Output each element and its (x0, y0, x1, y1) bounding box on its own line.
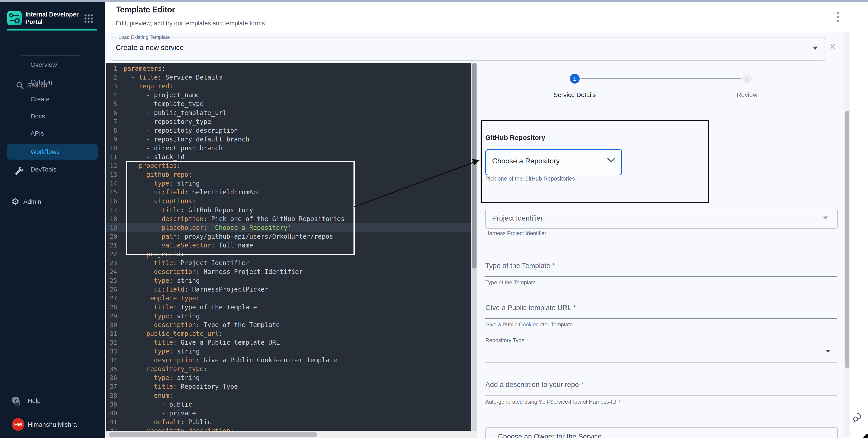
editor-horizontal-scrollbar-thumb[interactable] (109, 432, 317, 437)
code-line-27[interactable]: 27 template_type: (106, 294, 477, 303)
stepper-step-2[interactable]: 2 (742, 74, 752, 83)
yaml-key: type (154, 347, 169, 355)
sidebar-divider (7, 187, 98, 187)
code-line-30[interactable]: 30 description: Type of the Template (106, 321, 477, 329)
yaml-text (123, 277, 154, 284)
code-line-7[interactable]: 7 - repository_type (106, 117, 477, 126)
line-number: 2 (106, 74, 117, 81)
code-line-5[interactable]: 5 - template_type (106, 99, 477, 108)
line-number: 36 (106, 374, 117, 381)
yaml-text: : Repository Type (173, 383, 238, 390)
yaml-text (123, 312, 154, 320)
code-line-24[interactable]: 24 description: Harness Project Identifi… (106, 267, 477, 276)
yaml-text (123, 286, 154, 293)
yaml-key: type (154, 277, 169, 284)
yaml-key: default (154, 418, 181, 426)
repository-type-dropdown-arrow-icon[interactable] (826, 350, 831, 353)
yaml-key: required (138, 82, 169, 90)
code-line-2[interactable]: 2 - title: Service Details (106, 73, 477, 82)
load-template-close-icon[interactable]: × (830, 40, 836, 53)
app-grid-icon[interactable] (84, 14, 93, 24)
stepper-step-1[interactable]: 1 (570, 74, 580, 83)
code-line-28[interactable]: 28 title: Type of the Template (106, 303, 477, 312)
user-menu[interactable]: HM Himanshu Mishra (0, 418, 105, 434)
code-line-10[interactable]: 10 - direct_push_branch (106, 144, 477, 153)
yaml-text: - public (123, 401, 192, 408)
code-line-3[interactable]: 3 required: (106, 82, 477, 91)
sidebar-item-workflows[interactable]: Workflows (0, 146, 105, 159)
sidebar-item-catalog[interactable]: Catalog (0, 76, 105, 89)
line-number: 19 (106, 224, 117, 231)
sidebar-item-overview[interactable]: Overview (0, 59, 105, 71)
code-line-31[interactable]: 31 public_template_url: (106, 329, 477, 338)
line-number: 35 (106, 366, 117, 372)
right-rail (850, 2, 868, 438)
code-line-33[interactable]: 33 type: string (106, 347, 477, 356)
page-title: Template Editor (116, 5, 175, 14)
code-line-6[interactable]: 6 - public_template_url (106, 108, 477, 117)
yaml-key: title (154, 304, 173, 311)
yaml-key: parameters (123, 65, 162, 72)
code-line-39[interactable]: 39 - public (106, 400, 477, 409)
code-line-1[interactable]: 1parameters: (106, 64, 477, 73)
line-number: 29 (106, 312, 117, 319)
line-number: 7 (106, 118, 117, 125)
line-number: 23 (106, 260, 117, 266)
yaml-text: - repository_type (123, 118, 211, 126)
line-number: 16 (106, 198, 117, 205)
sidebar-item-label: Overview (31, 61, 57, 68)
panel-scrollbar-thumb[interactable] (845, 111, 849, 368)
repo-description-label: Add a description to your repo * (485, 380, 584, 389)
line-number: 18 (106, 215, 117, 223)
yaml-key: public_template_url (146, 330, 219, 337)
sidebar-item-create[interactable]: Create (0, 93, 105, 106)
code-line-34[interactable]: 34 description: Give a Public Cookiecutt… (106, 356, 477, 365)
yaml-text (123, 365, 146, 373)
code-line-41[interactable]: 41 default: Public (106, 418, 477, 427)
code-line-4[interactable]: 4 - project_name (106, 91, 477, 99)
yaml-text: : Harness Project Identifier (196, 268, 303, 275)
line-number: 31 (106, 330, 117, 337)
sidebar-item-docs[interactable]: Docs (0, 110, 105, 123)
code-line-42[interactable]: 42 repositoty_description: (106, 427, 477, 431)
code-line-8[interactable]: 8 - repositoty_description (106, 126, 477, 135)
chat-feedback-icon[interactable] (852, 411, 865, 425)
yaml-text (123, 339, 154, 346)
code-line-32[interactable]: 32 title: Give a Public template URL (106, 338, 477, 347)
yaml-key: repository_type (146, 365, 204, 373)
code-line-26[interactable]: 26 ui:field: HarnessProjectPicker (106, 285, 477, 294)
sidebar-item-apis[interactable]: APIs (0, 128, 105, 140)
code-line-25[interactable]: 25 type: string (106, 276, 477, 285)
repository-type-select[interactable] (485, 363, 837, 363)
code-line-29[interactable]: 29 type: string (106, 312, 477, 321)
sidebar-search[interactable]: Search (0, 41, 105, 52)
search-divider (22, 55, 80, 56)
sidebar-item-help[interactable]: ? Help (0, 395, 105, 408)
avatar: HM (12, 418, 24, 431)
repository-type-label: Repository Type * (485, 337, 528, 343)
public-template-url-input[interactable] (485, 318, 837, 319)
editor-vertical-scrollbar-thumb[interactable] (472, 63, 476, 269)
sidebar-item-admin[interactable]: ⚙ Admin (0, 196, 105, 208)
code-line-35[interactable]: 35 repository_type: (106, 365, 477, 373)
template-type-hint: Type of the Template (485, 279, 535, 286)
sidebar-item-devtools[interactable]: DevTools (0, 163, 105, 176)
kebab-menu-icon[interactable] (833, 10, 842, 24)
load-template-dropdown-arrow-icon[interactable] (813, 46, 818, 50)
code-line-36[interactable]: 36 type: string (106, 373, 477, 382)
line-number: 20 (106, 233, 117, 240)
load-existing-template-select[interactable] (111, 37, 825, 61)
code-line-37[interactable]: 37 title: Repository Type (106, 382, 477, 391)
code-annotation-box (126, 161, 354, 255)
page-header (105, 2, 868, 32)
repo-description-input[interactable] (485, 396, 837, 396)
yaml-text (123, 259, 154, 267)
line-number: 26 (106, 286, 117, 293)
code-line-11[interactable]: 11 - slack_id (106, 153, 477, 161)
code-line-9[interactable]: 9 - repository_default_branch (106, 135, 477, 144)
code-line-38[interactable]: 38 enum: (106, 391, 477, 400)
line-number: 25 (106, 277, 117, 284)
code-line-23[interactable]: 23 title: Project Identifier (106, 259, 477, 267)
code-line-40[interactable]: 40 - private (106, 409, 477, 418)
template-type-input[interactable] (485, 276, 837, 277)
